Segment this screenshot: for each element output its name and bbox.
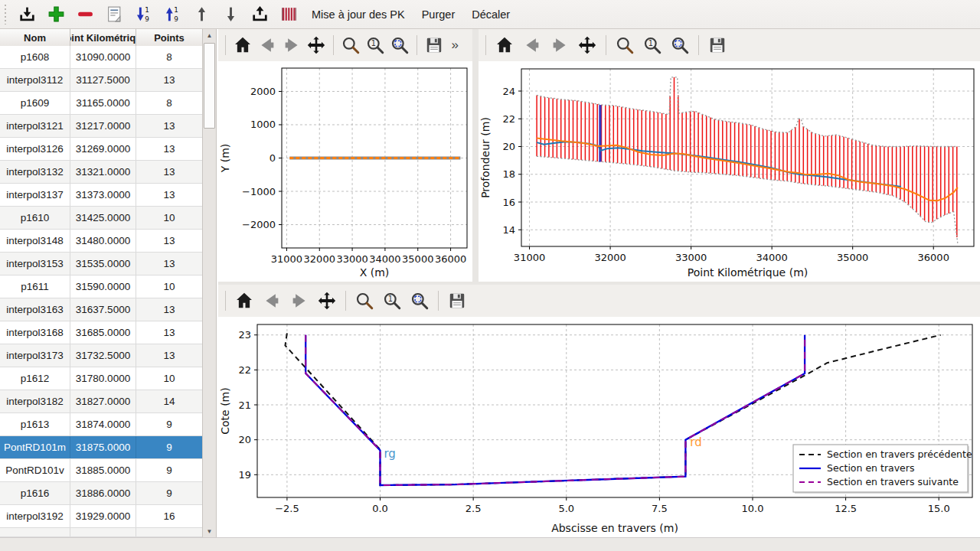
column-header-pk[interactable]: Point Kilométrique <box>70 29 136 46</box>
table-row[interactable]: p161231780.000010 <box>0 367 203 390</box>
zoom-box-button[interactable] <box>407 288 433 314</box>
table-cell: 10 <box>136 367 203 390</box>
save-button[interactable] <box>423 32 446 58</box>
column-header-nom[interactable]: Nom <box>0 29 70 46</box>
table-cell: 13 <box>136 298 203 321</box>
table-row[interactable]: interpol316831685.000013 <box>0 321 203 344</box>
table-row[interactable]: interpol318231827.000014 <box>0 390 203 413</box>
table-cell: 9 <box>136 413 203 435</box>
move-down-button[interactable] <box>217 2 244 27</box>
table-row[interactable]: interpol314831480.000013 <box>0 230 203 253</box>
trace-plot-canvas[interactable]: 310003200033000340003500036000−2000−1000… <box>218 61 472 285</box>
x-tick-label: 31000 <box>271 253 302 265</box>
zoom-one-button[interactable]: 1 <box>364 32 387 58</box>
forward-button[interactable] <box>280 32 303 58</box>
table-row[interactable]: PontRD101v31885.00009 <box>0 459 203 482</box>
export-button[interactable] <box>246 2 273 27</box>
back-button[interactable] <box>256 32 279 58</box>
remove-button[interactable] <box>71 2 99 27</box>
table-row[interactable]: interpol315331535.000013 <box>0 253 203 276</box>
forward-button[interactable] <box>547 32 573 58</box>
profil-plot-canvas[interactable]: 3100032000330003400035000360001416182022… <box>479 61 980 285</box>
purge-button[interactable]: Purger <box>414 2 463 27</box>
import-button[interactable] <box>13 2 41 27</box>
table-cell: interpol3163 <box>0 298 70 321</box>
table-row[interactable]: interpol319231929.000016 <box>0 505 203 528</box>
table-row[interactable]: interpol316331637.500013 <box>0 298 203 321</box>
table-row[interactable]: p161031425.000010 <box>0 207 203 230</box>
minus-icon <box>76 5 95 24</box>
back-icon <box>257 35 277 55</box>
figure-section: 1 −2.50.02.55.07.510.012.515.01920212223… <box>218 285 980 537</box>
table-scrollbar[interactable]: ▲ ▼ <box>202 29 216 537</box>
notes-button[interactable] <box>100 2 128 27</box>
section-plot-canvas[interactable]: −2.50.02.55.07.510.012.515.01920212223Ab… <box>218 317 980 540</box>
table-row[interactable]: interpol311231127.500013 <box>0 69 203 92</box>
table-row[interactable]: interpol317331732.500013 <box>0 344 203 367</box>
move-up-button[interactable] <box>188 2 215 27</box>
zoom-button[interactable] <box>351 288 377 314</box>
table-cell: 13 <box>136 253 203 275</box>
pan-button[interactable] <box>314 288 340 314</box>
home-button[interactable] <box>492 32 518 58</box>
table-cell: interpol3192 <box>0 505 70 527</box>
table-cell: 13 <box>136 161 203 183</box>
table-row[interactable]: p161631886.00009 <box>0 482 203 505</box>
table-row[interactable]: interpol312131217.000013 <box>0 115 203 138</box>
y-tick-label: 21 <box>238 399 251 411</box>
table-cell: 14 <box>136 390 203 412</box>
home-button[interactable] <box>231 32 254 58</box>
x-tick-label: 33000 <box>675 252 707 263</box>
x-axis-label: Point Kilométrique (m) <box>688 266 808 279</box>
table-row[interactable]: p160831090.00008 <box>0 46 203 69</box>
sections-button[interactable] <box>275 2 302 27</box>
table-row-selected[interactable]: PontRD101m31875.00009 <box>0 436 203 459</box>
table-row[interactable]: p160931165.00008 <box>0 92 203 115</box>
table-row[interactable]: p161331874.00009 <box>0 413 203 436</box>
sort-descending-button[interactable]: 19 <box>129 2 157 27</box>
zoom-one-icon: 1 <box>365 35 385 55</box>
save-button[interactable] <box>704 32 730 58</box>
table-cell: p1616 <box>0 482 70 504</box>
update-pk-button[interactable]: Mise à jour des PK <box>304 2 413 27</box>
svg-text:1: 1 <box>174 6 178 14</box>
table-body[interactable]: p160831090.00008interpol311231127.500013… <box>0 46 203 537</box>
status-strip <box>0 537 980 551</box>
pan-button[interactable] <box>574 32 600 58</box>
table-cell: 31090.0000 <box>70 46 136 68</box>
zoom-one-icon: 1 <box>642 35 662 55</box>
table-cell: 31874.0000 <box>70 413 136 435</box>
toolbar-overflow-button[interactable]: » <box>447 37 463 54</box>
save-button[interactable] <box>444 288 470 314</box>
table-row[interactable]: interpol312631269.000013 <box>0 138 203 161</box>
forward-icon <box>550 35 570 55</box>
zoom-button[interactable] <box>339 32 362 58</box>
zoom-box-button[interactable] <box>667 32 693 58</box>
scroll-up-arrow-icon[interactable]: ▲ <box>203 29 216 41</box>
sort-desc-icon: 19 <box>134 5 153 24</box>
forward-button[interactable] <box>286 288 312 314</box>
zoom-one-button[interactable]: 1 <box>379 288 405 314</box>
zoom-one-button[interactable]: 1 <box>639 32 665 58</box>
x-tick-label: 10.0 <box>742 503 764 514</box>
annotation-rd: rd <box>690 435 701 449</box>
scroll-down-arrow-icon[interactable]: ▼ <box>203 525 216 537</box>
x-tick-label: −2.5 <box>275 503 299 514</box>
sort-ascending-button[interactable]: 19 <box>158 2 186 27</box>
zoom-box-button[interactable] <box>388 32 411 58</box>
back-button[interactable] <box>519 32 545 58</box>
table-row[interactable]: interpol313731373.000013 <box>0 184 203 207</box>
add-button[interactable] <box>42 2 70 27</box>
column-header-points[interactable]: Points <box>136 29 203 46</box>
plots-area: 1» 310003200033000340003500036000−2000−1… <box>218 29 980 537</box>
zoom-button[interactable] <box>612 32 638 58</box>
scrollbar-thumb[interactable] <box>204 43 215 129</box>
table-cell: interpol3112 <box>0 69 70 91</box>
home-button[interactable] <box>231 288 257 314</box>
pan-button[interactable] <box>305 32 328 58</box>
toolbar-gripper[interactable] <box>2 5 8 24</box>
table-row[interactable]: p161131590.000010 <box>0 276 203 298</box>
back-button[interactable] <box>259 288 285 314</box>
table-row[interactable]: interpol313231321.000013 <box>0 161 203 184</box>
shift-button[interactable]: Décaler <box>464 2 518 27</box>
